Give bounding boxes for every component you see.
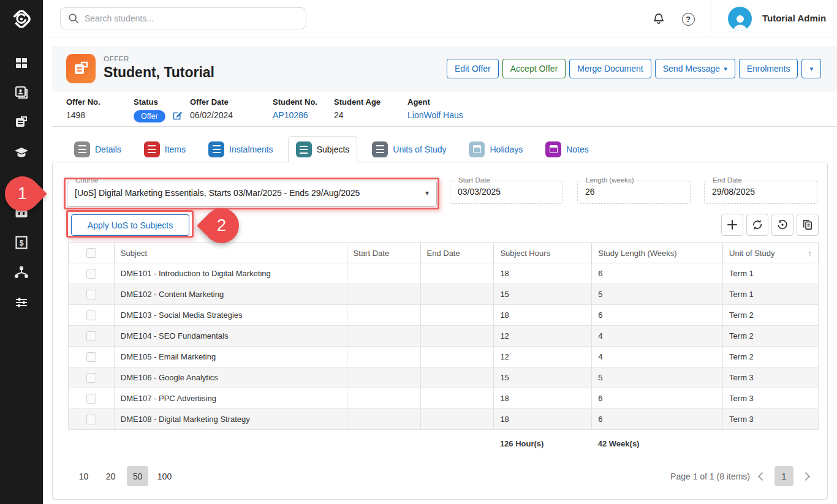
- table-row[interactable]: DME102 - Content Marketing155Term 1: [69, 284, 819, 305]
- cell-study-length: 4: [592, 347, 723, 367]
- sidebar-item-agents[interactable]: [0, 260, 43, 285]
- table-row[interactable]: DME103 - Social Media Strategies186Term …: [69, 305, 819, 326]
- cell-subject-hours: 18: [494, 388, 592, 409]
- sidebar-item-settings[interactable]: [0, 290, 43, 315]
- student-no-link[interactable]: AP10286: [273, 110, 317, 120]
- row-checkbox[interactable]: [86, 352, 96, 362]
- cell-unit-of-study: Term 1: [723, 284, 819, 305]
- more-actions-dropdown-button[interactable]: ▾: [801, 59, 821, 78]
- current-page-button[interactable]: 1: [775, 466, 793, 486]
- help-button[interactable]: ?: [680, 10, 697, 28]
- cell-study-length: 6: [592, 388, 723, 409]
- cell-subject-hours: 12: [494, 347, 592, 367]
- end-date-value: 29/08/2025: [712, 187, 755, 197]
- agent-link[interactable]: LionWolf Haus: [407, 110, 463, 120]
- subjects-panel: Course [UoS] Digital Marketing Essential…: [52, 162, 828, 500]
- page-title: Student, Tutorial: [104, 64, 214, 81]
- cell-subject-hours: 12: [494, 326, 592, 347]
- edit-status-icon[interactable]: [172, 110, 183, 122]
- copy-button[interactable]: [797, 214, 819, 236]
- offer-type-icon: [66, 54, 96, 83]
- column-header-study-length[interactable]: Study Length (Weeks): [592, 243, 723, 263]
- table-row[interactable]: DME108 - Digital Marketing Strategy186Te…: [69, 409, 819, 430]
- tab-holidays[interactable]: Holidays: [461, 136, 531, 162]
- select-all-checkbox[interactable]: [86, 248, 96, 258]
- send-message-dropdown-button[interactable]: Send Message▾: [655, 59, 735, 78]
- length-weeks-field: Length (weeks) 26: [577, 181, 691, 204]
- enrolments-button[interactable]: Enrolments: [739, 59, 798, 78]
- user-name[interactable]: Tutorial Admin: [762, 13, 826, 23]
- edit-offer-button[interactable]: Edit Offer: [447, 59, 499, 78]
- tab-notes[interactable]: Notes: [537, 136, 597, 162]
- tab-details[interactable]: Details: [66, 136, 129, 162]
- sort-ascending-icon: ↑: [808, 249, 812, 258]
- column-header-subject[interactable]: Subject: [114, 243, 347, 263]
- notifications-button[interactable]: [650, 10, 667, 28]
- page-size-20[interactable]: 20: [100, 466, 121, 486]
- app-logo[interactable]: [0, 0, 43, 37]
- cell-unit-of-study: Term 1: [723, 263, 819, 284]
- table-row[interactable]: DME107 - PPC Advertising186Term 3: [69, 388, 819, 409]
- row-checkbox[interactable]: [86, 331, 96, 341]
- sidebar-item-offers[interactable]: [0, 110, 43, 135]
- dashboard-icon: [15, 56, 28, 70]
- cell-study-length: 6: [592, 409, 723, 430]
- cell: [69, 388, 115, 409]
- row-checkbox[interactable]: [86, 269, 96, 279]
- cell-unit-of-study: Term 3: [723, 367, 819, 388]
- chevron-down-icon[interactable]: ▾: [425, 189, 429, 197]
- table-row[interactable]: DME105 - Email Marketing124Term 2: [69, 347, 819, 367]
- avatar[interactable]: [728, 7, 752, 31]
- sidebar-item-invoices[interactable]: $: [0, 230, 43, 255]
- accept-offer-button[interactable]: Accept Offer: [502, 59, 566, 78]
- offer-no-value: 1498: [66, 110, 100, 120]
- row-checkbox[interactable]: [86, 310, 96, 320]
- page-size-10[interactable]: 10: [73, 466, 94, 486]
- tab-units-of-study[interactable]: Units of Study: [364, 136, 454, 162]
- page-size-100[interactable]: 100: [154, 466, 175, 486]
- column-header-end-date[interactable]: End Date: [420, 243, 494, 263]
- course-select[interactable]: Course [UoS] Digital Marketing Essential…: [67, 181, 437, 207]
- table-row[interactable]: DME104 - SEO Fundamentals124Term 2: [69, 326, 819, 347]
- table-row[interactable]: DME106 - Google Analytics155Term 3: [69, 367, 819, 388]
- previous-page-icon[interactable]: [758, 472, 767, 480]
- add-subject-button[interactable]: [721, 214, 743, 236]
- cell-subject: DME106 - Google Analytics: [114, 367, 347, 388]
- tab-items[interactable]: Items: [136, 136, 194, 162]
- table-row[interactable]: DME101 - Introduction to Digital Marketi…: [69, 263, 819, 284]
- tab-instalments[interactable]: Instalments: [200, 136, 281, 162]
- merge-document-button[interactable]: Merge Document: [569, 59, 651, 78]
- length-weeks-label: Length (weeks): [583, 176, 637, 184]
- sidebar-item-dashboard[interactable]: [0, 51, 43, 75]
- column-header-start-date[interactable]: Start Date: [347, 243, 420, 263]
- status-badge[interactable]: Offer: [134, 110, 165, 122]
- row-checkbox[interactable]: [86, 415, 96, 424]
- sidebar-item-courses[interactable]: [0, 140, 43, 165]
- row-checkbox[interactable]: [86, 290, 96, 299]
- student-no-label: Student No.: [273, 97, 317, 107]
- student-search[interactable]: [60, 7, 306, 29]
- instalments-tab-icon: [208, 141, 224, 157]
- subjects-table: Subject Start Date End Date Subject Hour…: [68, 243, 819, 458]
- agent-label: Agent: [407, 97, 463, 107]
- tab-subjects[interactable]: Subjects: [288, 136, 358, 162]
- apply-uos-to-subjects-button[interactable]: Apply UoS to Subjects: [71, 214, 189, 236]
- cell-subject: DME105 - Email Marketing: [114, 347, 347, 367]
- column-header-unit-of-study[interactable]: Unit of Study↑: [723, 243, 819, 263]
- restore-button[interactable]: [771, 214, 793, 236]
- refresh-button[interactable]: [746, 214, 768, 236]
- next-page-icon[interactable]: [801, 472, 810, 480]
- status-label: Status: [134, 97, 183, 107]
- cell-subject: DME102 - Content Marketing: [114, 284, 347, 305]
- cell-subject-hours: 18: [494, 263, 592, 284]
- sidebar-item-students[interactable]: [0, 80, 43, 105]
- search-input[interactable]: [85, 13, 298, 23]
- row-checkbox[interactable]: [86, 394, 96, 404]
- row-checkbox[interactable]: [86, 373, 96, 383]
- page-size-selector: 10 20 50 100: [73, 466, 175, 486]
- cell: [69, 367, 115, 388]
- pagination: Page 1 of 1 (8 items) 1: [670, 466, 809, 486]
- info-agent: Agent LionWolf Haus: [407, 97, 463, 120]
- page-size-50[interactable]: 50: [127, 466, 148, 486]
- column-header-subject-hours[interactable]: Subject Hours: [494, 243, 592, 263]
